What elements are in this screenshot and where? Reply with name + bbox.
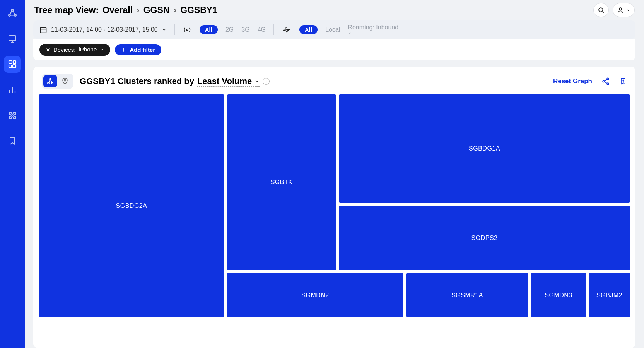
monitor-icon xyxy=(8,34,17,43)
treemap-cell-sgbjm2[interactable]: SGBJM2 xyxy=(589,273,630,317)
chevron-down-icon xyxy=(100,48,104,52)
treemap-cell-sgdps2[interactable]: SGDPS2 xyxy=(339,206,630,270)
svg-point-9 xyxy=(619,8,622,10)
radio-filter-all[interactable]: All xyxy=(200,25,218,34)
card-title: GGSBY1 Clusters ranked by Least Volume i xyxy=(80,76,270,87)
add-filter-label: Add filter xyxy=(130,46,155,53)
device-filter-chip[interactable]: Devices: iPhone xyxy=(39,44,110,56)
separator xyxy=(273,24,274,35)
breadcrumb-level0[interactable]: Overall xyxy=(102,5,133,15)
roaming-filter-all[interactable]: All xyxy=(299,25,318,34)
chevron-down-icon xyxy=(348,31,400,35)
close-icon[interactable] xyxy=(46,48,50,52)
calendar-icon xyxy=(39,26,47,34)
roaming-value: Inbound xyxy=(376,24,398,31)
network-icon xyxy=(7,8,17,18)
chevron-down-icon xyxy=(254,79,260,84)
breadcrumb-level1[interactable]: GGSN xyxy=(143,5,170,15)
svg-point-18 xyxy=(607,83,609,85)
treemap-cell-sgbtk[interactable]: SGBTK xyxy=(227,94,336,270)
treemap-icon xyxy=(8,60,17,69)
search-icon xyxy=(598,7,605,14)
main: Tree map View: Overall › GGSN › GGSBY1 xyxy=(25,0,644,348)
sidebar-item-extensions[interactable] xyxy=(4,107,21,124)
puzzle-icon xyxy=(8,111,17,120)
treemap-cell-sgsmr1a[interactable]: SGSMR1A xyxy=(406,273,528,317)
view-mode-map[interactable] xyxy=(58,75,72,87)
radio-filter-2g[interactable]: 2G xyxy=(225,26,234,33)
svg-point-8 xyxy=(599,8,603,12)
rank-metric-dropdown[interactable]: Least Volume xyxy=(197,76,260,87)
filter-bar: 11-03-2017, 14:00 - 12-03-2017, 15:00 Al… xyxy=(33,20,635,39)
reset-graph-button[interactable]: Reset Graph xyxy=(553,77,592,85)
roaming-filter-local[interactable]: Local xyxy=(325,26,340,33)
svg-point-0 xyxy=(12,9,14,11)
topbar: Tree map View: Overall › GGSN › GGSBY1 xyxy=(25,0,644,20)
chevron-right-icon: › xyxy=(137,5,140,15)
breadcrumb-level2[interactable]: GGSBY1 xyxy=(180,5,217,15)
account-button[interactable] xyxy=(613,3,635,17)
svg-rect-3 xyxy=(9,36,16,41)
plane-icon xyxy=(282,26,292,34)
breadcrumb: Tree map View: Overall › GGSN › GGSBY1 xyxy=(34,5,217,15)
bookmark-button[interactable] xyxy=(619,77,627,86)
topbar-actions xyxy=(593,3,635,17)
chip-bar: Devices: iPhone Add filter xyxy=(33,39,635,60)
separator xyxy=(174,24,175,35)
roaming-filter-label[interactable]: Roaming: Inbound xyxy=(348,24,400,35)
view-mode-toggle xyxy=(42,74,73,89)
treemap-card: GGSBY1 Clusters ranked by Least Volume i… xyxy=(33,67,635,348)
svg-point-13 xyxy=(48,82,49,84)
sidebar-item-network[interactable] xyxy=(4,5,21,22)
chip-value: iPhone xyxy=(79,46,97,53)
bar-chart-icon xyxy=(8,85,17,94)
svg-rect-10 xyxy=(41,27,46,33)
info-icon[interactable]: i xyxy=(263,78,270,85)
sidebar-item-treemap[interactable] xyxy=(4,56,21,73)
share-button[interactable] xyxy=(601,77,610,86)
tree-icon xyxy=(46,77,54,85)
radio-filter-3g[interactable]: 3G xyxy=(241,26,249,33)
svg-point-2 xyxy=(14,14,16,16)
chevron-down-icon xyxy=(162,27,167,32)
radio-icon xyxy=(183,26,192,34)
search-button[interactable] xyxy=(593,3,609,17)
chevron-down-icon xyxy=(626,8,630,12)
user-icon xyxy=(617,7,624,14)
svg-point-12 xyxy=(50,78,51,80)
treemap-cell-sgmdn2[interactable]: SGMDN2 xyxy=(227,273,403,317)
view-mode-tree[interactable] xyxy=(43,75,57,87)
sidebar xyxy=(0,0,25,348)
add-filter-button[interactable]: Add filter xyxy=(115,44,161,55)
svg-rect-5 xyxy=(13,61,16,63)
svg-point-11 xyxy=(186,29,188,30)
radio-filter-4g[interactable]: 4G xyxy=(258,26,266,33)
treemap-cell-sgmdn3[interactable]: SGMDN3 xyxy=(531,273,586,317)
bookmark-icon xyxy=(8,136,17,146)
sidebar-item-analytics[interactable] xyxy=(4,81,21,98)
card-header: GGSBY1 Clusters ranked by Least Volume i… xyxy=(39,74,630,89)
svg-point-16 xyxy=(607,78,609,80)
svg-rect-6 xyxy=(9,65,12,68)
treemap-chart: SGBDG2A SGBTK SGBDG1A SGDPS2 SGMDN2 SGSM… xyxy=(39,94,630,343)
treemap-bottom-row: SGMDN2 SGSMR1A SGMDN3 SGBJM2 xyxy=(227,273,630,317)
plus-icon xyxy=(121,47,126,53)
svg-point-14 xyxy=(51,82,53,84)
date-range-value: 11-03-2017, 14:00 - 12-03-2017, 15:00 xyxy=(51,26,158,33)
svg-rect-7 xyxy=(13,65,16,68)
date-range-picker[interactable]: 11-03-2017, 14:00 - 12-03-2017, 15:00 xyxy=(39,26,167,34)
svg-point-15 xyxy=(64,79,66,81)
svg-rect-4 xyxy=(9,61,12,64)
breadcrumb-prefix: Tree map View: xyxy=(34,5,99,15)
treemap-cell-sgbdg2a[interactable]: SGBDG2A xyxy=(39,94,224,317)
svg-point-17 xyxy=(603,81,605,82)
treemap-cell-sgbdg1a[interactable]: SGBDG1A xyxy=(339,94,630,203)
chip-label: Devices: xyxy=(53,46,76,53)
chevron-right-icon: › xyxy=(173,5,176,15)
sidebar-item-bookmarks[interactable] xyxy=(4,132,21,149)
sidebar-item-monitor[interactable] xyxy=(4,30,21,47)
map-pin-icon xyxy=(61,77,69,85)
svg-point-1 xyxy=(9,14,10,16)
